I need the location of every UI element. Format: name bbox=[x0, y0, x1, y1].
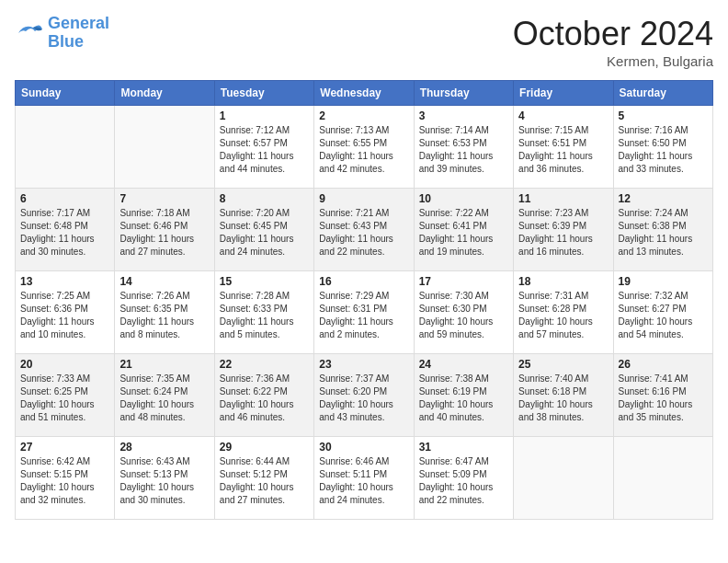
calendar-week-row: 13Sunrise: 7:25 AM Sunset: 6:36 PM Dayli… bbox=[16, 271, 713, 354]
day-info: Sunrise: 7:40 AM Sunset: 6:18 PM Dayligh… bbox=[518, 373, 608, 424]
day-info: Sunrise: 7:37 AM Sunset: 6:20 PM Dayligh… bbox=[319, 373, 408, 424]
calendar-header-row: Sunday Monday Tuesday Wednesday Thursday… bbox=[16, 81, 713, 106]
day-info: Sunrise: 6:44 AM Sunset: 5:12 PM Dayligh… bbox=[220, 455, 309, 507]
day-number: 12 bbox=[619, 192, 708, 205]
day-info: Sunrise: 7:26 AM Sunset: 6:35 PM Dayligh… bbox=[119, 290, 209, 341]
location: Kermen, Bulgaria bbox=[513, 53, 713, 69]
day-info: Sunrise: 7:33 AM Sunset: 6:25 PM Dayligh… bbox=[20, 373, 109, 424]
table-row: 20Sunrise: 7:33 AM Sunset: 6:25 PM Dayli… bbox=[16, 354, 115, 437]
day-number: 9 bbox=[319, 192, 408, 205]
table-row: 2Sunrise: 7:13 AM Sunset: 6:55 PM Daylig… bbox=[314, 106, 414, 189]
title-block: October 2024 Kermen, Bulgaria bbox=[513, 15, 713, 69]
day-info: Sunrise: 7:14 AM Sunset: 6:53 PM Dayligh… bbox=[419, 124, 508, 176]
day-number: 27 bbox=[20, 441, 109, 454]
month-title: October 2024 bbox=[513, 15, 713, 53]
table-row: 22Sunrise: 7:36 AM Sunset: 6:22 PM Dayli… bbox=[214, 354, 313, 437]
day-number: 29 bbox=[220, 441, 309, 454]
table-row: 5Sunrise: 7:16 AM Sunset: 6:50 PM Daylig… bbox=[613, 106, 712, 189]
day-number: 3 bbox=[419, 109, 508, 122]
day-info: Sunrise: 7:17 AM Sunset: 6:48 PM Dayligh… bbox=[20, 207, 109, 259]
day-info: Sunrise: 7:36 AM Sunset: 6:22 PM Dayligh… bbox=[220, 373, 309, 424]
day-number: 26 bbox=[619, 358, 708, 371]
table-row: 23Sunrise: 7:37 AM Sunset: 6:20 PM Dayli… bbox=[314, 354, 414, 437]
day-number: 4 bbox=[518, 109, 608, 122]
table-row: 27Sunrise: 6:42 AM Sunset: 5:15 PM Dayli… bbox=[16, 437, 115, 520]
day-number: 25 bbox=[518, 358, 608, 371]
table-row: 26Sunrise: 7:41 AM Sunset: 6:16 PM Dayli… bbox=[613, 354, 712, 437]
day-info: Sunrise: 7:28 AM Sunset: 6:33 PM Dayligh… bbox=[220, 290, 309, 341]
day-number: 2 bbox=[319, 109, 408, 122]
day-info: Sunrise: 6:46 AM Sunset: 5:11 PM Dayligh… bbox=[319, 455, 408, 507]
day-number: 22 bbox=[220, 358, 309, 371]
col-saturday: Saturday bbox=[613, 81, 712, 106]
table-row: 6Sunrise: 7:17 AM Sunset: 6:48 PM Daylig… bbox=[16, 189, 115, 271]
day-info: Sunrise: 7:35 AM Sunset: 6:24 PM Dayligh… bbox=[119, 373, 209, 424]
day-info: Sunrise: 7:30 AM Sunset: 6:30 PM Dayligh… bbox=[419, 290, 508, 341]
day-info: Sunrise: 7:20 AM Sunset: 6:45 PM Dayligh… bbox=[220, 207, 309, 259]
table-row: 4Sunrise: 7:15 AM Sunset: 6:51 PM Daylig… bbox=[514, 106, 613, 189]
logo: General Blue bbox=[15, 15, 109, 52]
day-number: 21 bbox=[119, 358, 209, 371]
table-row bbox=[115, 106, 214, 189]
day-number: 19 bbox=[619, 275, 708, 288]
day-info: Sunrise: 7:18 AM Sunset: 6:46 PM Dayligh… bbox=[119, 207, 209, 259]
calendar-week-row: 27Sunrise: 6:42 AM Sunset: 5:15 PM Dayli… bbox=[16, 437, 713, 520]
day-number: 8 bbox=[220, 192, 309, 205]
day-info: Sunrise: 7:25 AM Sunset: 6:36 PM Dayligh… bbox=[20, 290, 109, 341]
col-friday: Friday bbox=[514, 81, 613, 106]
calendar-week-row: 1Sunrise: 7:12 AM Sunset: 6:57 PM Daylig… bbox=[16, 106, 713, 189]
table-row: 1Sunrise: 7:12 AM Sunset: 6:57 PM Daylig… bbox=[214, 106, 313, 189]
day-number: 6 bbox=[20, 192, 109, 205]
day-info: Sunrise: 7:13 AM Sunset: 6:55 PM Dayligh… bbox=[319, 124, 408, 176]
calendar-week-row: 20Sunrise: 7:33 AM Sunset: 6:25 PM Dayli… bbox=[16, 354, 713, 437]
day-number: 10 bbox=[419, 192, 508, 205]
table-row: 15Sunrise: 7:28 AM Sunset: 6:33 PM Dayli… bbox=[214, 271, 313, 354]
table-row bbox=[514, 437, 613, 520]
col-monday: Monday bbox=[115, 81, 214, 106]
day-info: Sunrise: 7:15 AM Sunset: 6:51 PM Dayligh… bbox=[518, 124, 608, 176]
calendar-table: Sunday Monday Tuesday Wednesday Thursday… bbox=[15, 80, 713, 520]
table-row: 8Sunrise: 7:20 AM Sunset: 6:45 PM Daylig… bbox=[214, 189, 313, 271]
col-sunday: Sunday bbox=[16, 81, 115, 106]
table-row: 11Sunrise: 7:23 AM Sunset: 6:39 PM Dayli… bbox=[514, 189, 613, 271]
day-info: Sunrise: 7:22 AM Sunset: 6:41 PM Dayligh… bbox=[419, 207, 508, 259]
day-number: 14 bbox=[119, 275, 209, 288]
day-info: Sunrise: 6:43 AM Sunset: 5:13 PM Dayligh… bbox=[119, 455, 209, 507]
day-number: 18 bbox=[518, 275, 608, 288]
logo-icon bbox=[15, 20, 44, 46]
day-number: 28 bbox=[119, 441, 209, 454]
calendar-week-row: 6Sunrise: 7:17 AM Sunset: 6:48 PM Daylig… bbox=[16, 189, 713, 271]
table-row: 25Sunrise: 7:40 AM Sunset: 6:18 PM Dayli… bbox=[514, 354, 613, 437]
day-number: 23 bbox=[319, 358, 408, 371]
table-row: 31Sunrise: 6:47 AM Sunset: 5:09 PM Dayli… bbox=[414, 437, 513, 520]
day-number: 1 bbox=[220, 109, 309, 122]
table-row: 13Sunrise: 7:25 AM Sunset: 6:36 PM Dayli… bbox=[16, 271, 115, 354]
table-row: 14Sunrise: 7:26 AM Sunset: 6:35 PM Dayli… bbox=[115, 271, 214, 354]
day-info: Sunrise: 7:23 AM Sunset: 6:39 PM Dayligh… bbox=[518, 207, 608, 259]
day-info: Sunrise: 7:24 AM Sunset: 6:38 PM Dayligh… bbox=[619, 207, 708, 259]
day-info: Sunrise: 7:21 AM Sunset: 6:43 PM Dayligh… bbox=[319, 207, 408, 259]
logo-text: General Blue bbox=[48, 15, 109, 52]
table-row: 7Sunrise: 7:18 AM Sunset: 6:46 PM Daylig… bbox=[115, 189, 214, 271]
col-wednesday: Wednesday bbox=[314, 81, 414, 106]
day-number: 16 bbox=[319, 275, 408, 288]
day-info: Sunrise: 7:32 AM Sunset: 6:27 PM Dayligh… bbox=[619, 290, 708, 341]
day-info: Sunrise: 7:29 AM Sunset: 6:31 PM Dayligh… bbox=[319, 290, 408, 341]
table-row: 12Sunrise: 7:24 AM Sunset: 6:38 PM Dayli… bbox=[613, 189, 712, 271]
table-row: 3Sunrise: 7:14 AM Sunset: 6:53 PM Daylig… bbox=[414, 106, 513, 189]
day-number: 20 bbox=[20, 358, 109, 371]
day-info: Sunrise: 7:41 AM Sunset: 6:16 PM Dayligh… bbox=[619, 373, 708, 424]
day-number: 17 bbox=[419, 275, 508, 288]
table-row: 21Sunrise: 7:35 AM Sunset: 6:24 PM Dayli… bbox=[115, 354, 214, 437]
day-number: 11 bbox=[518, 192, 608, 205]
table-row: 28Sunrise: 6:43 AM Sunset: 5:13 PM Dayli… bbox=[115, 437, 214, 520]
day-number: 24 bbox=[419, 358, 508, 371]
table-row bbox=[16, 106, 115, 189]
day-info: Sunrise: 6:42 AM Sunset: 5:15 PM Dayligh… bbox=[20, 455, 109, 507]
col-thursday: Thursday bbox=[414, 81, 513, 106]
day-info: Sunrise: 7:12 AM Sunset: 6:57 PM Dayligh… bbox=[220, 124, 309, 176]
table-row: 16Sunrise: 7:29 AM Sunset: 6:31 PM Dayli… bbox=[314, 271, 414, 354]
day-info: Sunrise: 7:16 AM Sunset: 6:50 PM Dayligh… bbox=[619, 124, 708, 176]
table-row: 9Sunrise: 7:21 AM Sunset: 6:43 PM Daylig… bbox=[314, 189, 414, 271]
day-number: 15 bbox=[220, 275, 309, 288]
